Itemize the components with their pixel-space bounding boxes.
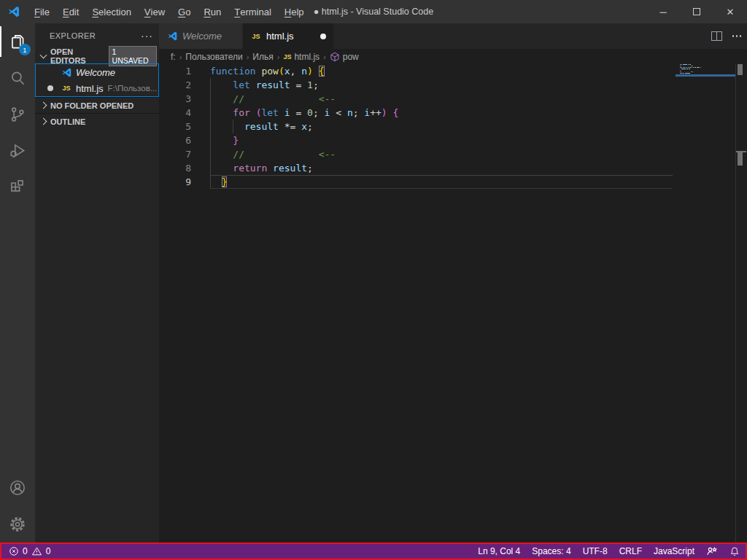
status-right: Ln 9, Col 4 Spaces: 4 UTF-8 CRLF JavaScr…: [478, 546, 740, 557]
modified-indicator[interactable]: [320, 34, 326, 39]
chevron-right-icon: [40, 102, 47, 109]
activity-run-debug[interactable]: [0, 133, 35, 169]
activity-search[interactable]: [0, 60, 35, 96]
menu-view[interactable]: View: [138, 0, 171, 23]
line-number: 7: [159, 147, 191, 161]
code-line[interactable]: 3 // <--: [159, 92, 747, 106]
minimap[interactable]: [676, 64, 735, 150]
menubar: FileEditSelectionViewGoRunTerminalHelp: [28, 0, 311, 23]
explorer-sidebar: EXPLORER ··· OPEN EDITORS 1 UNSAVED: [35, 23, 159, 542]
chevron-right-icon: ›: [179, 52, 182, 61]
code-line[interactable]: 5 result *= x;: [159, 120, 747, 133]
open-editor-welcome[interactable]: Welcome: [36, 64, 158, 80]
overview-ruler-marker: [738, 64, 743, 75]
line-number: 8: [159, 161, 191, 175]
breadcrumb: f: › Пользователи › Илья › JS html.js ›: [159, 49, 747, 64]
js-file-icon: JS: [61, 82, 72, 94]
code-line[interactable]: 1function pow(x, n) {: [159, 64, 747, 78]
workbench: 1: [0, 23, 747, 542]
menu-selection[interactable]: Selection: [85, 0, 137, 23]
code-text: }: [191, 133, 239, 147]
code-editor[interactable]: 1function pow(x, n) {2 let result = 1;3 …: [159, 64, 747, 542]
activity-settings[interactable]: [0, 506, 35, 542]
activity-explorer[interactable]: 1: [0, 23, 35, 60]
code-line[interactable]: 8 return result;: [159, 161, 747, 175]
tab-htmljs[interactable]: JS html.js: [243, 23, 334, 49]
code-line[interactable]: 2 let result = 1;: [159, 78, 747, 92]
activity-extensions[interactable]: [0, 169, 35, 206]
menu-file[interactable]: File: [28, 0, 56, 23]
code-line[interactable]: 6 }: [159, 133, 747, 147]
sidebar-more-actions-icon[interactable]: ···: [141, 30, 153, 42]
overview-ruler-marker: [738, 152, 743, 166]
code-line[interactable]: 9 }: [159, 175, 747, 189]
tab-label: Welcome: [182, 31, 222, 42]
breadcrumb-folder[interactable]: Илья: [252, 52, 273, 62]
code-line[interactable]: 4 for (let i = 0; i < n; i++) {: [159, 106, 747, 120]
breadcrumb-file[interactable]: JS html.js: [283, 52, 320, 62]
vscode-window: FileEditSelectionViewGoRunTerminalHelp ●…: [0, 0, 747, 560]
eol-sequence[interactable]: CRLF: [619, 546, 642, 556]
section-no-folder[interactable]: NO FOLDER OPENED: [35, 97, 159, 113]
indentation[interactable]: Spaces: 4: [532, 546, 570, 556]
gear-icon: [8, 515, 27, 534]
breadcrumb-drive[interactable]: f:: [171, 52, 176, 62]
js-file-icon: JS: [250, 31, 262, 42]
error-icon: [9, 546, 19, 556]
no-folder-label: NO FOLDER OPENED: [50, 101, 133, 110]
tab-welcome[interactable]: Welcome: [159, 23, 243, 49]
debug-icon: [8, 141, 27, 160]
menu-run[interactable]: Run: [197, 0, 228, 23]
breadcrumb-folder[interactable]: Пользователи: [185, 52, 242, 62]
split-editor-icon[interactable]: [711, 31, 722, 41]
activity-accounts[interactable]: [0, 470, 35, 506]
section-outline[interactable]: OUTLINE: [35, 113, 159, 129]
open-editors-list: Welcome JS html.js F:\Пользов...: [35, 63, 159, 97]
open-editor-label: Welcome: [76, 67, 115, 78]
maximize-icon: [693, 8, 700, 15]
code-line[interactable]: 7 // <--: [159, 147, 747, 161]
line-number: 4: [159, 106, 191, 120]
language-mode[interactable]: JavaScript: [654, 546, 694, 556]
feedback-icon[interactable]: [706, 546, 718, 556]
tab-label: html.js: [266, 31, 294, 42]
status-bar: 0 0 Ln 9, Col 4 Spaces: 4 UTF-8 CRLF Jav…: [1, 544, 746, 559]
outline-label: OUTLINE: [50, 117, 85, 126]
minimize-button[interactable]: ─: [646, 0, 680, 23]
menu-edit[interactable]: Edit: [56, 0, 85, 23]
overview-ruler[interactable]: [735, 64, 747, 542]
editor-group: Welcome JS html.js f: › Пользователи › И…: [159, 23, 747, 542]
section-open-editors[interactable]: OPEN EDITORS 1 UNSAVED: [35, 48, 159, 63]
annotation-highlight: 0 0 Ln 9, Col 4 Spaces: 4 UTF-8 CRLF Jav…: [0, 542, 747, 560]
breadcrumb-symbol[interactable]: pow: [330, 52, 359, 62]
js-file-icon: JS: [283, 53, 291, 61]
activity-spacer: [0, 206, 35, 470]
menu-terminal[interactable]: Terminal: [228, 0, 278, 23]
problems-status[interactable]: 0 0: [9, 546, 50, 556]
code-text: for (let i = 0; i < n; i++) {: [191, 106, 398, 120]
more-actions-icon[interactable]: [732, 35, 742, 37]
chevron-down-icon: [40, 51, 47, 58]
explorer-badge: 1: [19, 44, 31, 55]
search-icon: [8, 69, 27, 88]
minimize-icon: ─: [659, 7, 666, 18]
vscode-logo-icon: [61, 66, 72, 78]
open-editor-htmljs[interactable]: JS html.js F:\Пользов...: [36, 80, 158, 96]
code-text: return result;: [191, 161, 313, 175]
code-text: let result = 1;: [191, 78, 319, 92]
cursor-position[interactable]: Ln 9, Col 4: [478, 546, 520, 556]
bell-icon[interactable]: [729, 546, 740, 557]
code-text: function pow(x, n) {: [191, 64, 325, 78]
menu-go[interactable]: Go: [171, 0, 197, 23]
code-text: }: [191, 175, 227, 189]
encoding[interactable]: UTF-8: [583, 546, 608, 556]
activity-source-control[interactable]: [0, 96, 35, 133]
menu-help[interactable]: Help: [278, 0, 311, 23]
chevron-right-icon: ›: [277, 52, 280, 61]
editor-actions: [711, 23, 747, 49]
close-button[interactable]: ✕: [713, 0, 747, 23]
extensions-icon: [8, 178, 27, 197]
close-icon: ✕: [727, 7, 735, 18]
maximize-button[interactable]: [680, 0, 713, 23]
titlebar: FileEditSelectionViewGoRunTerminalHelp ●…: [0, 0, 747, 23]
